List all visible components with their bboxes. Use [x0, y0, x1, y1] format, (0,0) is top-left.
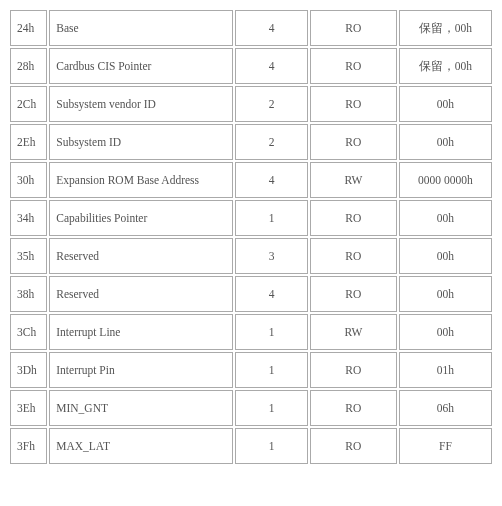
- cell-name: MAX_LAT: [49, 428, 233, 464]
- cell-offset: 3Fh: [10, 428, 47, 464]
- cell-size: 1: [235, 352, 307, 388]
- cell-access: RO: [310, 200, 397, 236]
- table-row: 34hCapabilities Pointer1RO00h: [10, 200, 492, 236]
- table-row: 2EhSubsystem ID2RO00h: [10, 124, 492, 160]
- cell-default: 01h: [399, 352, 492, 388]
- cell-access: RO: [310, 10, 397, 46]
- cell-default: 00h: [399, 238, 492, 274]
- table-row: 30hExpansion ROM Base Address4RW0000 000…: [10, 162, 492, 198]
- table-row: 35hReserved3RO00h: [10, 238, 492, 274]
- table-row: 3EhMIN_GNT1RO06h: [10, 390, 492, 426]
- cell-offset: 2Eh: [10, 124, 47, 160]
- cell-default: 06h: [399, 390, 492, 426]
- cell-access: RO: [310, 86, 397, 122]
- table-row: 28hCardbus CIS Pointer4RO保留，00h: [10, 48, 492, 84]
- cell-default: 00h: [399, 276, 492, 312]
- cell-name: Interrupt Pin: [49, 352, 233, 388]
- cell-name: Reserved: [49, 238, 233, 274]
- cell-size: 2: [235, 124, 307, 160]
- cell-size: 1: [235, 314, 307, 350]
- cell-offset: 2Ch: [10, 86, 47, 122]
- cell-size: 3: [235, 238, 307, 274]
- cell-size: 1: [235, 200, 307, 236]
- register-table: 24hBase4RO保留，00h28hCardbus CIS Pointer4R…: [8, 8, 494, 466]
- cell-access: RO: [310, 390, 397, 426]
- table-row: 24hBase4RO保留，00h: [10, 10, 492, 46]
- cell-name: Capabilities Pointer: [49, 200, 233, 236]
- cell-name: Reserved: [49, 276, 233, 312]
- table-row: 3FhMAX_LAT1ROFF: [10, 428, 492, 464]
- cell-name: Subsystem ID: [49, 124, 233, 160]
- cell-default: 保留，00h: [399, 48, 492, 84]
- cell-offset: 3Eh: [10, 390, 47, 426]
- cell-offset: 34h: [10, 200, 47, 236]
- table-row: 3ChInterrupt Line1RW00h: [10, 314, 492, 350]
- cell-size: 4: [235, 162, 307, 198]
- cell-offset: 38h: [10, 276, 47, 312]
- cell-default: 保留，00h: [399, 10, 492, 46]
- cell-name: Expansion ROM Base Address: [49, 162, 233, 198]
- cell-access: RO: [310, 276, 397, 312]
- cell-default: 00h: [399, 314, 492, 350]
- cell-access: RO: [310, 352, 397, 388]
- cell-size: 2: [235, 86, 307, 122]
- cell-name: Cardbus CIS Pointer: [49, 48, 233, 84]
- cell-name: Interrupt Line: [49, 314, 233, 350]
- cell-offset: 35h: [10, 238, 47, 274]
- table-row: 3DhInterrupt Pin1RO01h: [10, 352, 492, 388]
- cell-offset: 28h: [10, 48, 47, 84]
- cell-name: Base: [49, 10, 233, 46]
- table-row: 2ChSubsystem vendor ID2RO00h: [10, 86, 492, 122]
- cell-size: 1: [235, 390, 307, 426]
- cell-default: 00h: [399, 200, 492, 236]
- cell-access: RO: [310, 48, 397, 84]
- cell-access: RO: [310, 428, 397, 464]
- cell-access: RW: [310, 314, 397, 350]
- cell-offset: 3Ch: [10, 314, 47, 350]
- cell-offset: 24h: [10, 10, 47, 46]
- cell-access: RO: [310, 124, 397, 160]
- cell-size: 1: [235, 428, 307, 464]
- cell-name: MIN_GNT: [49, 390, 233, 426]
- cell-default: 00h: [399, 86, 492, 122]
- cell-access: RO: [310, 238, 397, 274]
- cell-name: Subsystem vendor ID: [49, 86, 233, 122]
- cell-size: 4: [235, 10, 307, 46]
- cell-default: 0000 0000h: [399, 162, 492, 198]
- cell-default: 00h: [399, 124, 492, 160]
- cell-default: FF: [399, 428, 492, 464]
- cell-offset: 3Dh: [10, 352, 47, 388]
- table-row: 38hReserved4RO00h: [10, 276, 492, 312]
- cell-size: 4: [235, 48, 307, 84]
- cell-offset: 30h: [10, 162, 47, 198]
- cell-access: RW: [310, 162, 397, 198]
- cell-size: 4: [235, 276, 307, 312]
